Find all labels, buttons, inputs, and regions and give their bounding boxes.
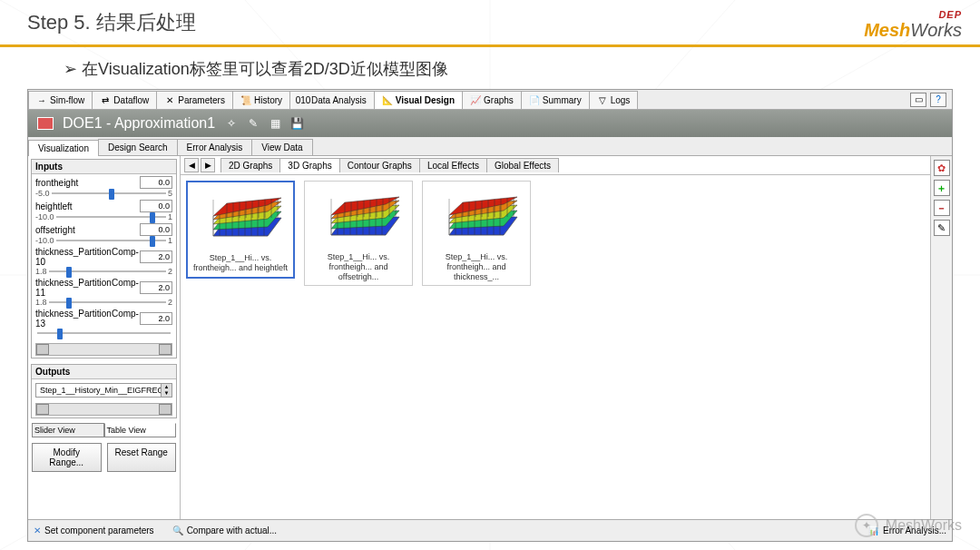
input-name: offsetright <box>35 225 75 235</box>
graph-tab-3d-graphs[interactable]: 3D Graphs <box>279 158 339 172</box>
input-min: 1.8 <box>35 298 47 307</box>
compare-actual-button[interactable]: 🔍 Compare with actual... <box>172 525 278 535</box>
brand-logo: DEP MeshWorks <box>864 9 962 41</box>
input-max: 2 <box>168 298 172 307</box>
tab-label: Visual Design <box>396 95 455 105</box>
outputs-hscroll[interactable] <box>35 403 172 416</box>
input-value-field[interactable] <box>140 250 172 263</box>
graph-tab-contour-graphs[interactable]: Contour Graphs <box>339 158 420 172</box>
reset-range-button[interactable]: Reset Range <box>107 443 177 472</box>
add-icon[interactable]: ＋ <box>934 180 950 196</box>
tab-icon: → <box>36 94 47 105</box>
sub-tab-design-search[interactable]: Design Search <box>98 139 178 155</box>
surface-plot-icon <box>431 185 522 249</box>
top-tabbar: →Sim-flow⇄Dataflow✕Parameters📜History010… <box>28 90 952 110</box>
sub-tab-visualization[interactable]: Visualization <box>28 140 99 156</box>
input-slider[interactable] <box>52 189 166 198</box>
sub-tabbar: VisualizationDesign SearchError Analysis… <box>28 137 952 156</box>
input-row-thickness_PartitionComp-13: thickness_PartitionComp-13 <box>35 309 172 338</box>
top-tab-sim-flow[interactable]: →Sim-flow <box>28 91 93 109</box>
input-max: 1 <box>168 236 172 245</box>
slider-view-button[interactable]: Slider View <box>32 423 104 437</box>
tab-icon: ⇄ <box>100 94 111 105</box>
edit-tool-icon[interactable]: ✎ <box>934 220 950 236</box>
output-select[interactable]: Step_1__History_Min__EIGFREQ ▲▼ <box>35 383 172 398</box>
tab-label: Data Analysis <box>311 95 367 105</box>
input-value-field[interactable] <box>140 223 172 236</box>
window-tool-icon[interactable]: ▭ <box>910 93 926 107</box>
input-min: 1.8 <box>35 267 47 276</box>
input-value-field[interactable] <box>140 281 172 294</box>
settings-icon[interactable]: ✿ <box>934 160 950 176</box>
params-icon: ✕ <box>34 525 41 535</box>
input-row-offsetright: offsetright -10.0 1 <box>35 223 172 245</box>
graph-tab-2d-graphs[interactable]: 2D Graphs <box>220 158 280 172</box>
output-selected-label: Step_1__History_Min__EIGFREQ <box>40 386 164 395</box>
input-value-field[interactable] <box>140 312 172 325</box>
input-slider[interactable] <box>49 298 166 307</box>
top-tab-logs[interactable]: ▽Logs <box>589 91 639 109</box>
input-slider[interactable] <box>49 267 166 276</box>
input-name: heightleft <box>35 201 73 211</box>
watermark: ✦ MeshWorks <box>855 514 962 537</box>
step-title: Step 5. 结果后处理 <box>27 9 196 36</box>
input-min: -10.0 <box>35 236 54 245</box>
modify-range-button[interactable]: Modify Range... <box>32 443 102 472</box>
input-max: 2 <box>168 267 172 276</box>
titlebar-text: DOE1 - Approximation1 <box>63 115 215 132</box>
set-component-params-button[interactable]: ✕ Set component parameters <box>34 525 154 535</box>
input-name: thickness_PartitionComp-13 <box>35 309 140 329</box>
top-tab-dataflow[interactable]: ⇄Dataflow <box>92 91 157 109</box>
tab-icon: 📐 <box>382 94 393 105</box>
tab-label: Dataflow <box>113 95 149 105</box>
input-row-heightleft: heightleft -10.0 1 <box>35 200 172 221</box>
tab-icon: ▽ <box>597 94 608 105</box>
remove-icon[interactable]: － <box>934 200 950 216</box>
input-name: frontheight <box>35 178 78 188</box>
tool-icon-2[interactable]: ✎ <box>246 117 260 130</box>
input-value-field[interactable] <box>140 200 172 212</box>
input-value-field[interactable] <box>140 176 172 189</box>
tab-label: Sim-flow <box>50 95 84 105</box>
top-tab-history[interactable]: 📜History <box>232 91 290 109</box>
input-name: thickness_PartitionComp-10 <box>35 247 140 267</box>
graph-thumbnail[interactable]: Step_1__Hi... vs.frontheigh... and heigh… <box>186 181 295 279</box>
graph-thumbnail[interactable]: Step_1__Hi... vs.frontheigh... and thick… <box>422 181 531 286</box>
input-slider[interactable] <box>37 329 171 338</box>
input-slider[interactable] <box>56 212 166 221</box>
input-slider[interactable] <box>56 236 166 245</box>
top-tab-summary[interactable]: 📄Summary <box>521 91 590 109</box>
input-max: 5 <box>168 189 172 198</box>
graph-thumbnail[interactable]: Step_1__Hi... vs.frontheigh... and offse… <box>304 181 413 286</box>
sub-tab-error-analysis[interactable]: Error Analysis <box>177 139 253 155</box>
top-tab-data-analysis[interactable]: 010Data Analysis <box>289 91 375 109</box>
table-view-button[interactable]: Table View <box>104 423 177 437</box>
inputs-hscroll[interactable] <box>35 343 172 356</box>
thumb-label: Step_1__Hi... vs.frontheigh... and thick… <box>426 252 526 281</box>
compare-icon: 🔍 <box>172 525 183 535</box>
input-row-thickness_PartitionComp-11: thickness_PartitionComp-11 1.8 2 <box>35 278 172 307</box>
input-row-thickness_PartitionComp-10: thickness_PartitionComp-10 1.8 2 <box>35 247 172 276</box>
top-tab-parameters[interactable]: ✕Parameters <box>156 91 233 109</box>
top-tab-graphs[interactable]: 📈Graphs <box>462 91 522 109</box>
left-panel: Inputs frontheight -5.0 5 heightleft -10… <box>28 156 181 519</box>
graph-tab-global-effects[interactable]: Global Effects <box>486 158 559 172</box>
sub-tab-view-data[interactable]: View Data <box>251 139 312 155</box>
nav-back-icon[interactable]: ◀ <box>184 158 199 172</box>
nav-fwd-icon[interactable]: ▶ <box>201 158 215 172</box>
titlebar: DOE1 - Approximation1 ✧ ✎ ▦ 💾 <box>28 110 952 137</box>
statusbar: ✕ Set component parameters 🔍 Compare wit… <box>28 519 952 541</box>
inputs-title: Inputs <box>32 160 176 174</box>
bullet-text: 在Visualization标签里可以查看2D/3D近似模型图像 <box>0 58 980 89</box>
tab-icon: 010 <box>298 94 309 105</box>
table-icon[interactable]: ▦ <box>268 117 282 130</box>
graph-tab-local-effects[interactable]: Local Effects <box>419 158 487 172</box>
input-row-frontheight: frontheight -5.0 5 <box>35 176 172 198</box>
top-tab-visual-design[interactable]: 📐Visual Design <box>374 91 463 109</box>
wand-icon[interactable]: ✧ <box>224 117 239 130</box>
doe-icon <box>37 117 54 130</box>
save-icon[interactable]: 💾 <box>289 117 304 130</box>
graph-panel: ◀ ▶ 2D Graphs3D GraphsContour GraphsLoca… <box>181 156 930 519</box>
help-icon[interactable]: ? <box>930 93 946 107</box>
tab-icon: ✕ <box>164 94 175 105</box>
